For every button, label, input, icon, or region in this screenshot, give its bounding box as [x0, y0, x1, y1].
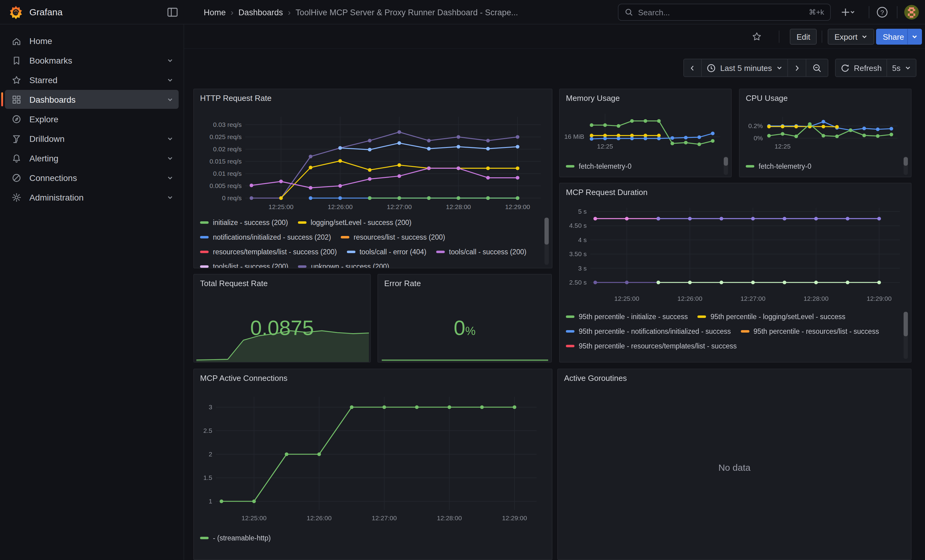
zoom-out-time-button[interactable]: [806, 59, 828, 77]
help-button[interactable]: ?: [875, 5, 889, 20]
legend-swatch: [436, 250, 445, 253]
sidebar-item-explore[interactable]: Explore: [5, 110, 179, 128]
svg-text:12:27:00: 12:27:00: [741, 295, 765, 302]
search-input[interactable]: Search... ⌘+k: [618, 4, 831, 21]
search-placeholder: Search...: [638, 8, 804, 17]
mcp-active-connections-chart: 32.521.5112:25:0012:26:0012:27:0012:28:0…: [194, 369, 553, 560]
bookmark-icon: [11, 55, 22, 66]
add-new-button[interactable]: [841, 5, 855, 20]
breadcrumb-item[interactable]: Home: [204, 8, 226, 17]
legend-scrollbar[interactable]: [904, 312, 908, 359]
refresh-button[interactable]: Refresh: [835, 59, 887, 77]
legend-item[interactable]: - (streamable-http): [200, 533, 271, 542]
svg-text:12:26:00: 12:26:00: [677, 295, 702, 302]
sidebar-item-bookmarks[interactable]: Bookmarks: [5, 51, 179, 70]
breadcrumb-item[interactable]: Dashboards: [238, 8, 283, 17]
legend-scrollbar[interactable]: [904, 156, 908, 175]
user-avatar[interactable]: [904, 5, 919, 20]
legend-item[interactable]: tools/call - success (200): [436, 247, 526, 256]
legend-label: logging/setLevel - success (200): [310, 219, 411, 226]
svg-text:1.5: 1.5: [203, 474, 212, 481]
legend-swatch: [341, 236, 350, 238]
refresh-interval-picker[interactable]: 5s: [887, 59, 916, 77]
legend-scrollbar[interactable]: [544, 218, 549, 265]
legend-item[interactable]: resources/list - success (200): [341, 232, 445, 242]
legend-item[interactable]: 95th percentile - logging/setLevel - suc…: [698, 312, 845, 321]
share-button[interactable]: Share: [876, 29, 911, 45]
svg-text:12:27:00: 12:27:00: [387, 203, 412, 210]
grafana-logo-icon[interactable]: [9, 5, 23, 20]
refresh-icon: [840, 63, 850, 72]
legend-item[interactable]: tools/call - error (404): [346, 247, 426, 256]
legend-item[interactable]: 95th percentile - notifications/initiali…: [566, 326, 731, 336]
sidebar-item-connections[interactable]: Connections: [5, 168, 179, 187]
sidebar-item-starred[interactable]: Starred: [5, 70, 179, 89]
legend-item[interactable]: tools/list - success (200): [200, 262, 288, 268]
dashboard-toolbar: Edit Export Share: [184, 24, 925, 49]
time-shift-forward-button[interactable]: [788, 59, 806, 77]
star-icon: [11, 74, 22, 85]
svg-text:?: ?: [880, 9, 884, 16]
gear-icon: [11, 192, 22, 203]
sidebar-item-label: Starred: [29, 75, 159, 85]
no-data-label: No data: [558, 462, 911, 473]
legend-swatch: [741, 330, 749, 332]
compass-icon: [11, 113, 22, 125]
legend-item[interactable]: unknown - success (200): [298, 262, 389, 268]
sidebar-item-alerting[interactable]: Alerting: [5, 149, 179, 168]
legend-item[interactable]: notifications/initialized - success (202…: [200, 232, 331, 242]
legend-swatch: [566, 165, 574, 167]
svg-text:2.50 s: 2.50 s: [569, 279, 587, 286]
sidebar-item-label: Drilldown: [29, 134, 159, 143]
panel-title[interactable]: Active Goroutines: [564, 374, 627, 383]
sidebar-item-administration[interactable]: Administration: [5, 188, 179, 207]
zoom-out-icon: [812, 63, 821, 72]
svg-text:12:26:00: 12:26:00: [306, 515, 331, 521]
legend-swatch: [566, 315, 574, 318]
legend-scrollbar[interactable]: [724, 156, 728, 175]
search-icon: [625, 8, 633, 17]
legend-label: initialize - success (200): [213, 219, 288, 226]
legend-item[interactable]: fetch-telemetry-0: [566, 161, 632, 171]
apps-icon: [11, 94, 22, 105]
legend-item[interactable]: logging/setLevel - success (200): [298, 218, 411, 227]
svg-text:3.50 s: 3.50 s: [569, 250, 587, 257]
svg-text:4.50 s: 4.50 s: [569, 222, 587, 229]
sidebar-toggle-icon[interactable]: [167, 7, 178, 18]
cpu-usage-legend: fetch-telemetry-0: [746, 161, 898, 177]
legend-item[interactable]: resources/templates/list - success (200): [200, 247, 337, 256]
sidebar-item-dashboards[interactable]: Dashboards: [5, 90, 179, 109]
svg-text:12:27:00: 12:27:00: [372, 515, 397, 521]
active-indicator: [1, 92, 3, 107]
sidebar-item-home[interactable]: Home: [5, 31, 179, 50]
svg-text:4 s: 4 s: [578, 236, 587, 243]
refresh-interval-label: 5s: [892, 63, 901, 72]
share-dropdown-button[interactable]: [907, 29, 922, 45]
legend-label: 95th percentile - resources/templates/li…: [579, 342, 737, 349]
home-icon: [11, 35, 22, 46]
error-rate-unit: %: [465, 324, 476, 338]
refresh-label: Refresh: [854, 63, 881, 72]
legend-item[interactable]: initialize - success (200): [200, 218, 288, 227]
legend-item[interactable]: 95th percentile - resources/templates/li…: [566, 341, 737, 350]
legend-item[interactable]: 95th percentile - resources/list - succe…: [741, 326, 879, 336]
export-button[interactable]: Export: [828, 29, 874, 45]
sidebar-item-drilldown[interactable]: Drilldown: [5, 129, 179, 148]
svg-text:0%: 0%: [754, 135, 763, 141]
toolbar-divider: [822, 30, 822, 43]
edit-button[interactable]: Edit: [790, 29, 817, 45]
http-request-rate-legend: initialize - success (200)logging/setLev…: [200, 218, 539, 268]
svg-text:12:28:00: 12:28:00: [437, 515, 462, 521]
time-range-picker[interactable]: Last 5 minutes: [702, 59, 788, 77]
svg-text:0.015 req/s: 0.015 req/s: [209, 158, 242, 165]
time-shift-back-button[interactable]: [683, 59, 702, 77]
legend-swatch: [698, 315, 706, 318]
legend-item[interactable]: fetch-telemetry-0: [746, 161, 812, 171]
svg-text:12:28:00: 12:28:00: [804, 295, 829, 302]
legend-item[interactable]: 95th percentile - initialize - success: [566, 312, 688, 321]
star-dashboard-button[interactable]: [750, 30, 764, 44]
bell-icon: [11, 153, 22, 164]
chevron-down-icon: [776, 65, 782, 71]
legend-label: resources/templates/list - success (200): [213, 248, 337, 255]
panel-http-request-rate: HTTP Request Rate 0.03 req/s0.025 req/s0…: [193, 89, 553, 269]
